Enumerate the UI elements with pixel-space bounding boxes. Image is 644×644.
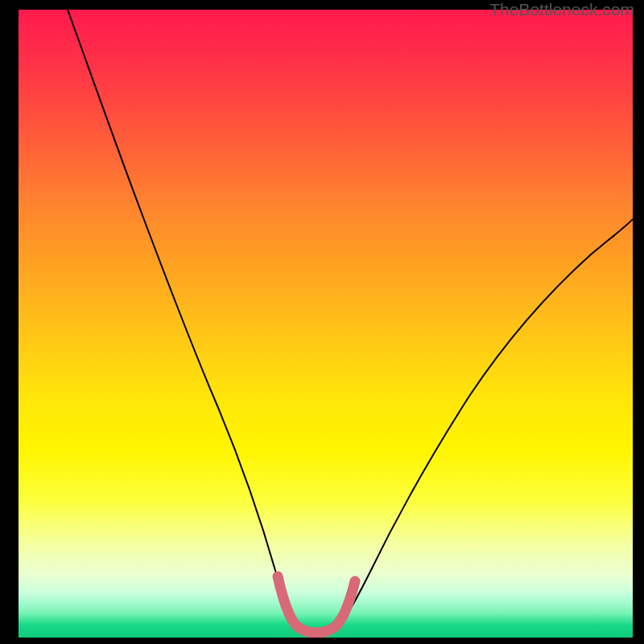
optimal-marker: [278, 576, 355, 633]
curves-svg: [19, 10, 633, 638]
chart-frame: TheBottleneck.com: [0, 0, 644, 644]
plot-area: [19, 10, 633, 638]
watermark-text: TheBottleneck.com: [489, 0, 634, 19]
bottleneck-curve: [68, 10, 633, 633]
